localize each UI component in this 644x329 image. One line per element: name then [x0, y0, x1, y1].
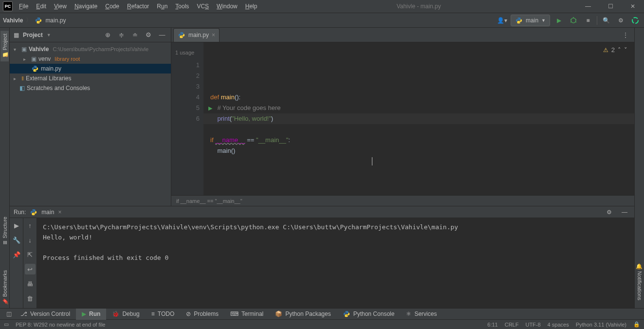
notifications-tool-tab[interactable]: 🔔Notifications: [635, 260, 644, 303]
tree-venv[interactable]: ▸ ▣ venv library root: [10, 54, 171, 64]
editor-gutter[interactable]: 1 usage 1 2 3 4 5 6 ▶ 💡: [171, 42, 203, 195]
status-encoding[interactable]: UTF-8: [525, 322, 540, 328]
down-stack-icon[interactable]: ↓: [25, 235, 36, 245]
settings-icon[interactable]: ⚙: [144, 31, 153, 38]
tree-file-main[interactable]: main.py: [10, 64, 171, 73]
tree-external-libraries[interactable]: ▸ ⫴ External Libraries: [10, 73, 171, 83]
expand-all-icon[interactable]: ≑: [116, 31, 126, 38]
folder-icon: ▣: [31, 55, 37, 62]
tool-window-quick-access-icon[interactable]: ◫: [3, 308, 15, 320]
menu-code[interactable]: Code: [102, 1, 123, 12]
run-settings-button[interactable]: 🔧: [11, 235, 22, 245]
menu-vcs[interactable]: VCS: [193, 1, 212, 12]
ide-features-icon[interactable]: [629, 15, 641, 26]
editor-tab-main[interactable]: main.py ×: [173, 28, 220, 42]
maximize-button[interactable]: ☐: [599, 0, 622, 13]
libraries-icon: ⫴: [21, 75, 24, 82]
menu-window[interactable]: Window: [213, 1, 241, 12]
hide-run-icon[interactable]: —: [619, 206, 630, 218]
search-icon[interactable]: 🔍: [600, 15, 612, 26]
code-content[interactable]: def main(): # Your code goes here print(…: [203, 42, 634, 195]
clear-icon[interactable]: 🗑: [25, 293, 36, 304]
prev-highlight-icon[interactable]: ˄: [618, 46, 621, 54]
vcs-icon: ⎇: [20, 311, 27, 317]
menu-file[interactable]: File: [16, 1, 32, 12]
print-icon[interactable]: 🖶: [25, 278, 36, 289]
tree-root[interactable]: ▾ ▣ Vahivle C:\Users\buttw\PycharmProjec…: [10, 44, 171, 54]
menu-run[interactable]: Run: [153, 1, 171, 12]
bookmarks-tool-tab[interactable]: 🔖Bookmarks: [0, 267, 9, 308]
tab-todo[interactable]: ≡TODO: [146, 309, 180, 320]
python-file-icon: [178, 31, 185, 39]
close-tab-icon[interactable]: ×: [212, 32, 215, 38]
collapse-all-icon[interactable]: ≐: [130, 31, 140, 38]
stop-button[interactable]: ■: [582, 15, 594, 26]
locate-icon[interactable]: ⊕: [103, 31, 112, 38]
tab-terminal[interactable]: ⌨Terminal: [224, 309, 269, 320]
editor-breadcrumb[interactable]: if __name__ == "__main__": [171, 195, 634, 206]
add-user-icon[interactable]: 👤▾: [496, 15, 508, 26]
console-output[interactable]: C:\Users\buttw\PycharmProjects\Vahivle\v…: [37, 218, 634, 308]
status-line-separator[interactable]: CRLF: [505, 322, 519, 328]
toolbar-right: 👤▾ main ▼ ▶ ■ 🔍 ⚙: [496, 15, 641, 26]
menu-tools[interactable]: Tools: [172, 1, 192, 12]
structure-tool-tab[interactable]: ≣Structure: [0, 214, 9, 248]
close-run-tab-icon[interactable]: ×: [58, 209, 61, 216]
menu-help[interactable]: Help: [242, 1, 261, 12]
run-tab-name[interactable]: main: [41, 209, 54, 216]
project-panel-header: ▦ Project ▼ ⊕ ≑ ≐ ⚙ —: [10, 28, 171, 42]
minimize-button[interactable]: —: [577, 0, 599, 13]
close-button[interactable]: ✕: [622, 0, 644, 13]
menu-view[interactable]: View: [51, 1, 70, 12]
tree-scratches[interactable]: ◧ Scratches and Consoles: [10, 83, 171, 93]
inspection-widget[interactable]: ⚠ 2 ˄ ˅: [603, 46, 627, 54]
debug-button[interactable]: [568, 15, 579, 26]
project-view-icon: ▦: [14, 32, 19, 38]
breadcrumb-project[interactable]: Vahivle: [3, 17, 23, 24]
chevron-down-icon[interactable]: ▼: [47, 33, 51, 37]
tab-version-control[interactable]: ⎇Version Control: [15, 309, 76, 320]
run-config-selector[interactable]: main ▼: [511, 15, 550, 26]
tab-run[interactable]: ▶Run: [76, 309, 106, 320]
tab-options-icon[interactable]: ⋮: [620, 29, 631, 41]
status-bar: ▭ PEP 8: W292 no newline at end of file …: [0, 319, 644, 329]
status-lock-icon[interactable]: 🔒: [633, 321, 640, 328]
tab-services[interactable]: ⚛Services: [400, 309, 442, 320]
tab-debug[interactable]: 🐞Debug: [106, 309, 145, 320]
rerun-button[interactable]: ▶: [11, 220, 22, 231]
python-icon: [30, 208, 37, 216]
export-icon[interactable]: ⇱: [25, 249, 36, 260]
right-tool-strip: 🔔Notifications: [634, 28, 644, 308]
menu-navigate[interactable]: Navigate: [71, 1, 101, 12]
terminal-icon: ⌨: [230, 311, 239, 317]
status-indent[interactable]: 4 spaces: [548, 322, 569, 328]
project-panel: ▦ Project ▼ ⊕ ≑ ≐ ⚙ — ▾ ▣ Vahivle C:\Use…: [10, 28, 171, 206]
title-bar: PC File Edit View Navigate Code Refactor…: [0, 0, 644, 13]
project-tree[interactable]: ▾ ▣ Vahivle C:\Users\buttw\PycharmProjec…: [10, 42, 171, 95]
editor-body[interactable]: ⚠ 2 ˄ ˅ 1 usage 1 2 3 4 5 6 ▶ 💡: [171, 42, 634, 195]
status-caret-pos[interactable]: 6:11: [487, 322, 497, 328]
run-settings-icon[interactable]: ⚙: [603, 206, 615, 218]
soft-wrap-icon[interactable]: ↩: [25, 264, 36, 274]
pin-button[interactable]: 📌: [11, 249, 22, 260]
usage-hint[interactable]: 1 usage: [175, 47, 194, 58]
hide-icon[interactable]: —: [157, 31, 167, 38]
status-interpreter[interactable]: Python 3.11 (Vahivle): [576, 322, 626, 328]
menu-edit[interactable]: Edit: [33, 1, 50, 12]
project-panel-title[interactable]: Project: [23, 32, 43, 38]
python-file-icon: [35, 17, 42, 24]
menu-refactor[interactable]: Refactor: [124, 1, 152, 12]
run-button[interactable]: ▶: [553, 15, 565, 26]
status-event-log-icon[interactable]: ▭: [4, 321, 9, 328]
up-stack-icon[interactable]: ↑: [25, 220, 36, 231]
tab-problems[interactable]: ⊘Problems: [180, 309, 224, 320]
breadcrumb-file[interactable]: main.py: [45, 17, 66, 24]
tab-python-packages[interactable]: 📦Python Packages: [269, 309, 336, 320]
text-cursor: [372, 157, 372, 165]
next-highlight-icon[interactable]: ˅: [624, 46, 627, 54]
tab-python-console[interactable]: Python Console: [337, 309, 401, 320]
status-message[interactable]: PEP 8: W292 no newline at end of file: [16, 322, 105, 328]
run-label: Run:: [14, 209, 26, 216]
settings-icon[interactable]: ⚙: [615, 15, 626, 26]
project-tool-tab[interactable]: 📁Project: [0, 31, 9, 61]
